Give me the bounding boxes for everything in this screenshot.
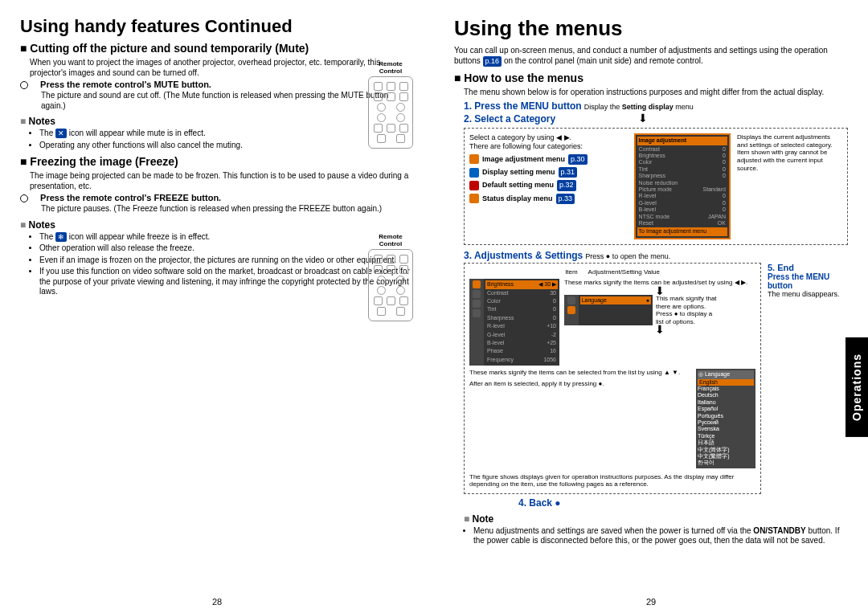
adj-callout-2: This mark signify that there are options… bbox=[656, 295, 720, 325]
arrow-down-icon: ⬇ bbox=[564, 287, 755, 295]
freeze-notes-h: Notes bbox=[20, 219, 414, 231]
category-flow-box: Select a category by using ◀ ▶. There ar… bbox=[464, 128, 848, 244]
osd-preview-1: Image adjustment Contrast0 Brightness0 C… bbox=[634, 133, 731, 239]
left-page: Using handy features Continued Cutting o… bbox=[0, 0, 434, 613]
howto-heading: How to use the menus bbox=[454, 72, 848, 84]
remote-control-diagram-2: Remote Control bbox=[368, 233, 413, 321]
adj-callout-3: These marks signify the items can be sel… bbox=[469, 369, 691, 377]
right-notes: Menu adjustments and settings are saved … bbox=[464, 526, 848, 546]
step-4: 4. Back ● bbox=[518, 497, 848, 509]
freeze-notes: The ❄ icon will appear while freeze is i… bbox=[30, 232, 414, 297]
step-2: 2. Select a Category ⬇ bbox=[464, 113, 848, 125]
right-note-h: Note bbox=[464, 513, 848, 525]
osd-language-list: ◎ Language English Français Deutsch Ital… bbox=[696, 369, 755, 468]
page-number-right: 29 bbox=[434, 597, 868, 607]
mute-icon: ✕ bbox=[55, 129, 67, 138]
step-5: 5. End Press the MENU button The menu di… bbox=[768, 263, 848, 494]
display-setting-icon bbox=[469, 168, 479, 178]
menu-category-list: Image adjustment menu p.30 Display setti… bbox=[469, 154, 628, 204]
bullet-icon bbox=[20, 81, 28, 89]
bullet-icon bbox=[20, 194, 28, 202]
image-adjustment-icon bbox=[469, 154, 479, 164]
left-title: Using handy features Continued bbox=[20, 16, 414, 37]
freeze-step: Press the remote control's FREEZE button… bbox=[20, 193, 414, 202]
right-page: Using the menus You can call up on-scree… bbox=[434, 0, 868, 613]
freeze-icon: ❄ bbox=[55, 232, 67, 242]
mute-heading: Cutting off the picture and sound tempor… bbox=[20, 42, 414, 55]
adj-footnote: The figure shows displays given for oper… bbox=[469, 473, 755, 488]
freeze-step-desc: The picture pauses. (The Freeze function… bbox=[41, 204, 414, 215]
osd-preview-2: Brightness◀ 30 ▶ Contrast30 Color0 Tint0… bbox=[469, 279, 559, 366]
freeze-intro: The image being projected can be made to… bbox=[30, 171, 414, 191]
right-intro: You can call up on-screen menus, and con… bbox=[454, 46, 848, 67]
default-setting-icon bbox=[469, 181, 479, 190]
freeze-heading: Freezing the image (Freeze) bbox=[20, 155, 414, 168]
howto-intro: The menu shown below is for operation in… bbox=[464, 88, 848, 98]
arrow-down-icon: ⬇ bbox=[638, 112, 648, 125]
arrow-down-icon: ⬇ bbox=[564, 325, 755, 333]
mute-notes: The ✕ icon will appear while mute is in … bbox=[30, 129, 414, 150]
adj-callout-4: After an item is selected, apply it by p… bbox=[469, 380, 691, 388]
adjustments-flow-box: Item Adjustment/Setting Value Brightness… bbox=[464, 263, 761, 494]
page-number-left: 28 bbox=[0, 597, 434, 607]
remote-control-diagram-1: Remote Control bbox=[368, 60, 413, 149]
mute-notes-h: Notes bbox=[20, 116, 414, 127]
category-description: Displays the current adjustments and set… bbox=[737, 133, 842, 239]
mute-step: Press the remote control's MUTE button. bbox=[20, 80, 414, 89]
right-title: Using the menus bbox=[454, 16, 848, 41]
section-tab: Operations bbox=[845, 337, 868, 437]
mute-step-desc: The picture and sound are cut off. (The … bbox=[41, 91, 414, 111]
mute-intro: When you want to project the images of a… bbox=[30, 58, 414, 78]
page-ref-icon: p.16 bbox=[483, 56, 502, 67]
step-3: 3. Adjustments & Settings Press ● to ope… bbox=[464, 250, 848, 261]
step-1: 1. Press the MENU button Display the Set… bbox=[464, 100, 848, 112]
osd-preview-3: Language● bbox=[564, 295, 653, 325]
status-display-icon bbox=[469, 194, 479, 203]
